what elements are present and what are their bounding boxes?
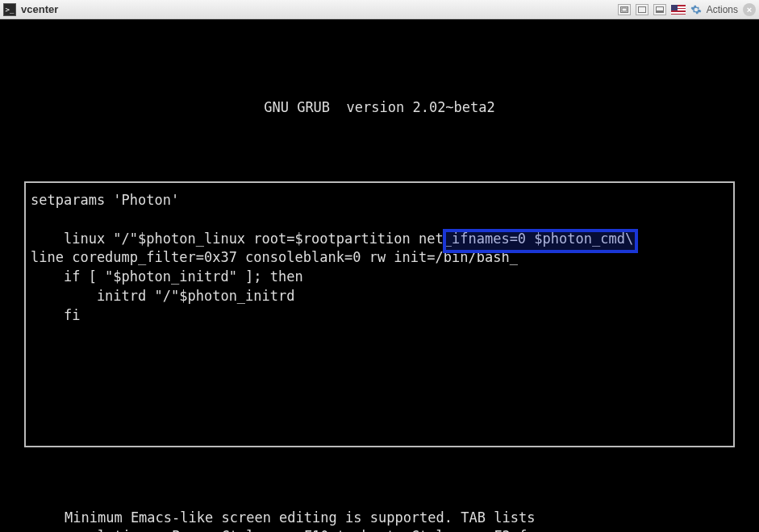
svg-rect-4 [656, 10, 663, 13]
grub-footer-l2: completions. Press Ctrl-x or F10 to boot… [65, 528, 560, 532]
grub-footer: Minimum Emacs-like screen editing is sup… [65, 509, 694, 532]
popout-icon [638, 6, 646, 13]
titlebar: >_ vcenter Actions × [0, 0, 759, 19]
grub-line-7: fi [31, 307, 80, 323]
titlebar-right: Actions × [618, 3, 756, 16]
close-button[interactable]: × [743, 3, 756, 16]
grub-line-1: setparams 'Photon' [31, 192, 179, 208]
window-title: vcenter [21, 3, 58, 15]
grub-line-3c: $photon_cmd\ [534, 231, 633, 247]
fullscreen-icon [620, 6, 628, 13]
grub-line-4a: line coredump_filter=0x37 consoleblank=0 [31, 249, 369, 265]
console-area[interactable]: GNU GRUB version 2.02~beta2 setparams 'P… [0, 19, 759, 532]
grub-editor-box[interactable]: setparams 'Photon' linux "/"$photon_linu… [24, 181, 735, 447]
grub-line-6: initrd "/"$photon_initrd [31, 288, 295, 304]
grub-line-3a: linux "/"$photon_linux root=$rootpartiti… [31, 231, 411, 247]
close-icon: × [747, 5, 752, 15]
svg-rect-1 [622, 8, 627, 11]
gear-icon[interactable] [690, 4, 702, 15]
keyboard-layout-flag-icon[interactable] [671, 5, 686, 15]
grub-header: GNU GRUB version 2.02~beta2 [0, 98, 759, 118]
console-app-icon: >_ [3, 3, 16, 16]
enter-fullscreen-button[interactable] [618, 4, 631, 15]
send-cad-button[interactable] [653, 4, 666, 15]
send-cad-icon [656, 6, 664, 13]
titlebar-left: >_ vcenter [3, 3, 58, 16]
grub-footer-l1: Minimum Emacs-like screen editing is sup… [65, 509, 535, 526]
svg-rect-2 [638, 6, 645, 12]
popout-button[interactable] [636, 4, 648, 15]
grub-line-4b: rw init=/bin/bash_ [369, 249, 518, 265]
grub-line-5: if [ "$photon_initrd" ]; then [31, 268, 303, 285]
actions-menu[interactable]: Actions [707, 4, 738, 15]
grub-line-3b: net_ifnames=0 [411, 231, 535, 247]
